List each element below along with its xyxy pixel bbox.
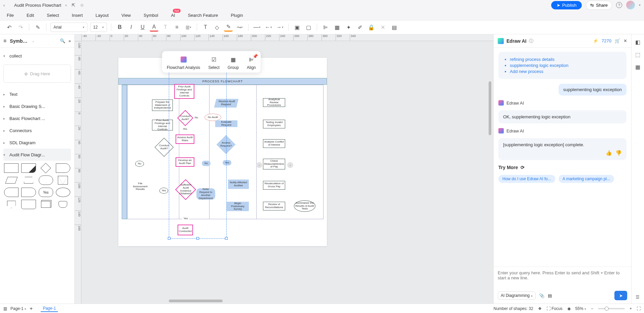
sidebar-menu-icon[interactable]: ≡ [3, 38, 6, 44]
shape-stored[interactable] [56, 200, 70, 209]
shape-recalc[interactable]: Recalculation of Gross Pay [263, 181, 285, 190]
shape-no-ellipse[interactable]: No [135, 161, 144, 167]
nav-left-icon[interactable]: ‹ [256, 162, 262, 168]
suggestion-item[interactable]: supplementing logic exception [510, 63, 622, 68]
bring-front-icon[interactable]: ▣ [293, 23, 301, 32]
shape-process[interactable] [4, 163, 18, 173]
shape-review[interactable]: Review of Reconciliations [263, 202, 285, 210]
shape-analytical[interactable]: Analytical Review Procedures [263, 98, 285, 107]
stroke-color-icon[interactable]: ✎ [224, 23, 233, 32]
nav-right-icon[interactable]: › [287, 162, 293, 168]
selection-marquee[interactable] [169, 54, 227, 239]
arrow-start-icon[interactable]: ←▾ [264, 23, 273, 32]
ai-input[interactable] [498, 270, 627, 284]
shape-doc[interactable] [21, 200, 36, 209]
italic-icon[interactable]: I [127, 23, 136, 32]
apps-icon[interactable]: ▦ [635, 64, 640, 70]
highlight-icon[interactable]: T [161, 23, 170, 32]
effects-icon[interactable]: ✦ [344, 23, 353, 32]
avatar-dropdown[interactable]: ▾ [639, 3, 641, 7]
back-button[interactable]: ‹ [3, 3, 10, 8]
page-layout-icon[interactable]: ▥ [3, 306, 7, 311]
menu-symbol[interactable]: Symbol [144, 13, 158, 18]
zoom-out-button[interactable]: − [591, 306, 593, 311]
shape-offpage[interactable] [4, 200, 18, 209]
redo-icon[interactable]: ↷ [16, 23, 25, 32]
send-back-icon[interactable]: ▢ [304, 23, 313, 32]
menu-ai[interactable]: AIhot [171, 13, 175, 18]
undo-icon[interactable]: ↶ [5, 23, 13, 32]
page-canvas[interactable]: PROCESS FLOWCHART Prepare the Statement … [118, 58, 327, 246]
export-icon[interactable]: ⇱ [72, 3, 75, 8]
menu-edit[interactable]: Edit [27, 13, 34, 18]
zoom-value[interactable]: 55% ▾ [575, 306, 586, 311]
shape-multi-doc[interactable] [39, 200, 53, 209]
line-style-icon[interactable]: —▾ [253, 23, 261, 32]
suggestion-chip[interactable]: A marketing campaign pl... [559, 175, 614, 183]
shape-check-pay[interactable]: Check Reasonableness of Pay [263, 159, 285, 169]
thumbs-up-icon[interactable]: 👍 [606, 150, 612, 156]
menu-select[interactable]: Select [47, 13, 59, 18]
page-select[interactable]: Page-1 ▾ [10, 306, 26, 311]
shape-manual[interactable] [21, 175, 36, 185]
help-icon[interactable]: ? [616, 2, 622, 8]
focus-toggle[interactable]: ⛶ Focus [546, 306, 563, 311]
arrow-end-icon[interactable]: →▾ [275, 23, 284, 32]
publish-button[interactable]: ➤ Publish [551, 1, 582, 9]
avatar[interactable] [626, 1, 635, 9]
zoom-in-button[interactable]: + [630, 306, 632, 311]
share-button[interactable]: ⇆ Share [586, 1, 612, 10]
menu-layout[interactable]: Layout [96, 13, 109, 18]
section-connectors[interactable]: ▸Connectors [3, 124, 71, 136]
ai-mode-select[interactable]: AI Diagramming▴ [498, 291, 536, 300]
menu-search-feature[interactable]: Search Feature [188, 13, 218, 18]
menu-insert[interactable]: Insert [72, 13, 83, 18]
fill-icon[interactable]: ◇ [213, 23, 221, 32]
pin-icon[interactable]: 📌 [253, 54, 258, 59]
shape-yes-ellipse[interactable]: Yes [159, 188, 168, 194]
sidebar-collapse-icon[interactable]: « [69, 38, 71, 43]
favorite-icon[interactable]: ☆ [80, 3, 84, 8]
format-painter-icon[interactable]: ✎ [33, 23, 42, 32]
section-collect[interactable]: ▾collect [3, 50, 71, 62]
scrollbar-vertical[interactable] [489, 81, 491, 135]
shape-data[interactable] [4, 175, 18, 185]
shape-terminator[interactable] [56, 163, 70, 173]
section-sdl[interactable]: ▸SDL Diagram [3, 136, 71, 149]
shape-card[interactable] [21, 163, 36, 173]
connector-icon[interactable]: ⤳▾ [235, 23, 244, 32]
underline-icon[interactable]: U [138, 23, 147, 32]
font-color-icon[interactable]: A [150, 23, 158, 32]
save-icon[interactable]: ▫ [65, 3, 67, 8]
lock-icon[interactable]: 🔒 [367, 23, 376, 32]
popup-flowchart-analysis[interactable]: Flowchart Analysis [163, 54, 203, 71]
font-size-select[interactable]: 12▾ [90, 23, 107, 32]
font-family-select[interactable]: Arial▾ [50, 23, 87, 32]
suggestion-item[interactable]: refining process details [510, 57, 622, 62]
bold-icon[interactable]: B [115, 23, 124, 32]
align-text-icon[interactable]: ≡ [173, 23, 181, 32]
line-spacing-icon[interactable]: ≣▾ [184, 23, 193, 32]
shape-notify[interactable]: Notify Affected Auditee [228, 180, 249, 189]
scrollbar-horizontal[interactable] [169, 300, 223, 302]
suggestion-item[interactable]: Add new process [510, 69, 622, 74]
sidebar-expand-icon[interactable]: ⌄ [32, 39, 35, 43]
zoom-slider[interactable] [598, 308, 625, 309]
shape-display[interactable] [21, 188, 36, 197]
canvas-area[interactable]: -40-200204060801001201401601802002202402… [75, 34, 493, 304]
menu-plugin[interactable]: Plugin [231, 13, 243, 18]
ai-attach-icon[interactable]: 📎 [539, 293, 544, 298]
shape-decision[interactable] [39, 163, 53, 173]
section-basic-drawing[interactable]: ▸Basic Drawing S... [3, 100, 71, 112]
align-shapes-icon[interactable]: ⊫ [321, 23, 330, 32]
settings-rail-icon[interactable]: ☰ [636, 295, 640, 300]
tools-icon[interactable]: ✕ [378, 23, 387, 32]
suggestion-chip[interactable]: How do I use Edraw AI fo... [498, 175, 555, 183]
popup-select[interactable]: ☑ Select [205, 54, 223, 71]
shape-stadium[interactable] [4, 188, 18, 197]
menu-view[interactable]: View [121, 13, 131, 18]
drag-here-zone[interactable]: ⊕Drag Here [3, 65, 71, 83]
thumbs-down-icon[interactable]: 👎 [615, 150, 622, 156]
layers-icon[interactable]: ❖ [538, 306, 542, 311]
shape-begin-survey[interactable]: Begin Preliminary Survey [227, 202, 249, 211]
